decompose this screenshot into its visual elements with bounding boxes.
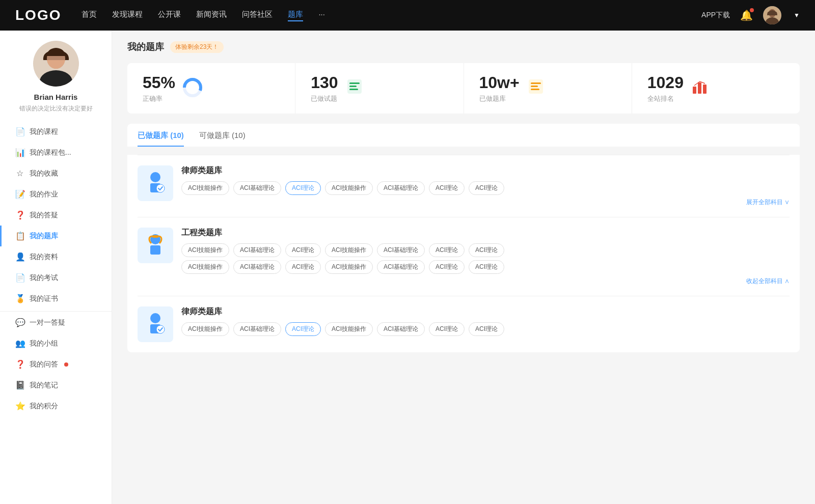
accuracy-chart — [182, 77, 203, 99]
svg-point-20 — [150, 172, 160, 182]
user-menu-chevron[interactable]: ▼ — [794, 12, 800, 19]
tag-2b-3[interactable]: ACI技能操作 — [325, 260, 373, 274]
tag-3-5[interactable]: ACI理论 — [429, 322, 465, 336]
tag-2-6[interactable]: ACI理论 — [469, 243, 504, 257]
sidebar-label-courses: 我的课程 — [30, 127, 58, 136]
tag-2b-0[interactable]: ACI技能操作 — [181, 260, 229, 274]
collapse-link-2[interactable]: 收起全部科目 ∧ — [181, 277, 790, 286]
qbank-icon-lawyer-3 — [138, 306, 173, 342]
tag-1-6[interactable]: ACI理论 — [469, 181, 504, 195]
qbank-header-3: 律师类题库 ACI技能操作 ACI基础理论 ACI理论 ACI技能操作 ACI基… — [138, 306, 790, 342]
sidebar-item-homework[interactable]: 📝 我的作业 — [0, 184, 112, 205]
tag-3-2[interactable]: ACI理论 — [285, 322, 321, 336]
sidebar-item-groups[interactable]: 👥 我的小组 — [0, 333, 112, 354]
logo[interactable]: LOGO — [15, 7, 61, 23]
nav-discover[interactable]: 发现课程 — [112, 10, 143, 21]
tag-3-4[interactable]: ACI基础理论 — [377, 322, 425, 336]
tag-2b-5[interactable]: ACI理论 — [429, 260, 465, 274]
sidebar-item-profile[interactable]: 👤 我的资料 — [0, 246, 112, 267]
svg-point-26 — [150, 313, 160, 323]
tag-1-1[interactable]: ACI基础理论 — [233, 181, 281, 195]
homework-icon: 📝 — [15, 189, 24, 199]
sidebar-item-favorites[interactable]: ☆ 我的收藏 — [0, 163, 112, 184]
nav-news[interactable]: 新闻资讯 — [196, 10, 227, 21]
qbank-container: 律师类题库 ACI技能操作 ACI基础理论 ACI理论 ACI技能操作 ACI基… — [127, 155, 800, 352]
nav-home[interactable]: 首页 — [82, 10, 97, 21]
tag-1-0[interactable]: ACI技能操作 — [181, 181, 229, 195]
tag-2b-2[interactable]: ACI理论 — [285, 260, 321, 274]
sidebar-item-points[interactable]: ⭐ 我的积分 — [0, 396, 112, 416]
tag-2-5[interactable]: ACI理论 — [429, 243, 465, 257]
sidebar-label-points: 我的积分 — [30, 402, 58, 411]
tags-row-1: ACI技能操作 ACI基础理论 ACI理论 ACI技能操作 ACI基础理论 AC… — [181, 181, 790, 195]
tag-2-2[interactable]: ACI理论 — [285, 243, 321, 257]
sidebar-item-courses[interactable]: 📄 我的课程 — [0, 121, 112, 142]
tags-row-3: ACI技能操作 ACI基础理论 ACI理论 ACI技能操作 ACI基础理论 AC… — [181, 322, 790, 336]
sidebar-label-qbank: 我的题库 — [30, 232, 58, 241]
tags-row-2b: ACI技能操作 ACI基础理论 ACI理论 ACI技能操作 ACI基础理论 AC… — [181, 260, 790, 274]
sidebar-item-notes[interactable]: 📓 我的笔记 — [0, 375, 112, 396]
trial-badge: 体验剩余23天！ — [170, 41, 224, 53]
sidebar: Brian Harris 错误的决定比没有决定要好 📄 我的课程 📊 我的课程包… — [0, 31, 112, 504]
svg-rect-24 — [150, 245, 160, 255]
points-icon: ⭐ — [15, 401, 24, 411]
tag-1-2[interactable]: ACI理论 — [285, 181, 321, 195]
tag-3-1[interactable]: ACI基础理论 — [233, 322, 281, 336]
notification-bell[interactable]: 🔔 — [740, 9, 753, 21]
stat-banks-left: 10w+ 已做题库 — [479, 73, 520, 103]
main-content: 我的题库 体验剩余23天！ 55% 正确率 130 — [112, 31, 815, 504]
stat-rank-label: 全站排名 — [647, 94, 684, 103]
nav-opencourse[interactable]: 公开课 — [158, 10, 181, 21]
qbank-name-3: 律师类题库 — [181, 306, 790, 317]
qbank-card-3: 律师类题库 ACI技能操作 ACI基础理论 ACI理论 ACI技能操作 ACI基… — [138, 296, 790, 352]
tag-3-3[interactable]: ACI技能操作 — [325, 322, 373, 336]
qbank-icon-engineer — [138, 228, 173, 263]
svg-rect-25 — [152, 235, 158, 238]
qbank-name-2: 工程类题库 — [181, 228, 790, 238]
sidebar-item-qbank[interactable]: 📋 我的题库 — [0, 226, 112, 246]
tab-done[interactable]: 已做题库 (10) — [138, 131, 184, 147]
groups-icon: 👥 — [15, 339, 24, 348]
tag-3-6[interactable]: ACI理论 — [469, 322, 504, 336]
tag-2-0[interactable]: ACI技能操作 — [181, 243, 229, 257]
tag-2-1[interactable]: ACI基础理论 — [233, 243, 281, 257]
sidebar-label-packages: 我的课程包... — [30, 148, 71, 157]
nav-more[interactable]: ··· — [318, 10, 325, 21]
myqa-dot — [64, 362, 68, 367]
tab-available[interactable]: 可做题库 (10) — [199, 131, 246, 147]
tag-2b-1[interactable]: ACI基础理论 — [233, 260, 281, 274]
qbank-header-2: 工程类题库 ACI技能操作 ACI基础理论 ACI理论 ACI技能操作 ACI基… — [138, 228, 790, 286]
nav-qbank[interactable]: 题库 — [288, 10, 303, 21]
qbank-card-2: 工程类题库 ACI技能操作 ACI基础理论 ACI理论 ACI技能操作 ACI基… — [138, 217, 790, 296]
tag-3-0[interactable]: ACI技能操作 — [181, 322, 229, 336]
tag-2-4[interactable]: ACI基础理论 — [377, 243, 425, 257]
tag-2b-4[interactable]: ACI基础理论 — [377, 260, 425, 274]
stat-banks-label: 已做题库 — [479, 94, 520, 103]
tag-1-3[interactable]: ACI技能操作 — [325, 181, 373, 195]
sidebar-item-1on1[interactable]: 💬 一对一答疑 — [0, 311, 112, 333]
tag-2b-6[interactable]: ACI理论 — [469, 260, 504, 274]
svg-rect-10 — [349, 82, 360, 84]
cert-icon: 🏅 — [15, 294, 24, 303]
stat-ranking: 1029 全站排名 — [632, 63, 800, 114]
avatar[interactable] — [763, 6, 781, 24]
tag-1-5[interactable]: ACI理论 — [429, 181, 465, 195]
nav-qa[interactable]: 问答社区 — [242, 10, 273, 21]
expand-link-1[interactable]: 展开全部科目 ∨ — [181, 198, 790, 207]
sidebar-item-certificates[interactable]: 🏅 我的证书 — [0, 288, 112, 309]
qa-icon: ❓ — [15, 210, 24, 220]
sidebar-item-exams[interactable]: 📄 我的考试 — [0, 267, 112, 288]
app-download-btn[interactable]: APP下载 — [701, 11, 730, 20]
sidebar-item-myqa[interactable]: ❓ 我的问答 — [0, 354, 112, 375]
tags-row-2a: ACI技能操作 ACI基础理论 ACI理论 ACI技能操作 ACI基础理论 AC… — [181, 243, 790, 257]
sidebar-item-qa[interactable]: ❓ 我的答疑 — [0, 205, 112, 226]
exams-icon: 📄 — [15, 273, 24, 283]
profile-motto: 错误的决定比没有决定要好 — [11, 104, 101, 113]
stat-accuracy-label: 正确率 — [143, 94, 175, 103]
tag-1-4[interactable]: ACI基础理论 — [377, 181, 425, 195]
sidebar-label-profile: 我的资料 — [30, 253, 58, 262]
sidebar-label-qa: 我的答疑 — [30, 211, 58, 220]
nav-menu: 首页 发现课程 公开课 新闻资讯 问答社区 题库 ··· — [82, 10, 701, 21]
sidebar-item-course-packages[interactable]: 📊 我的课程包... — [0, 142, 112, 163]
tag-2-3[interactable]: ACI技能操作 — [325, 243, 373, 257]
